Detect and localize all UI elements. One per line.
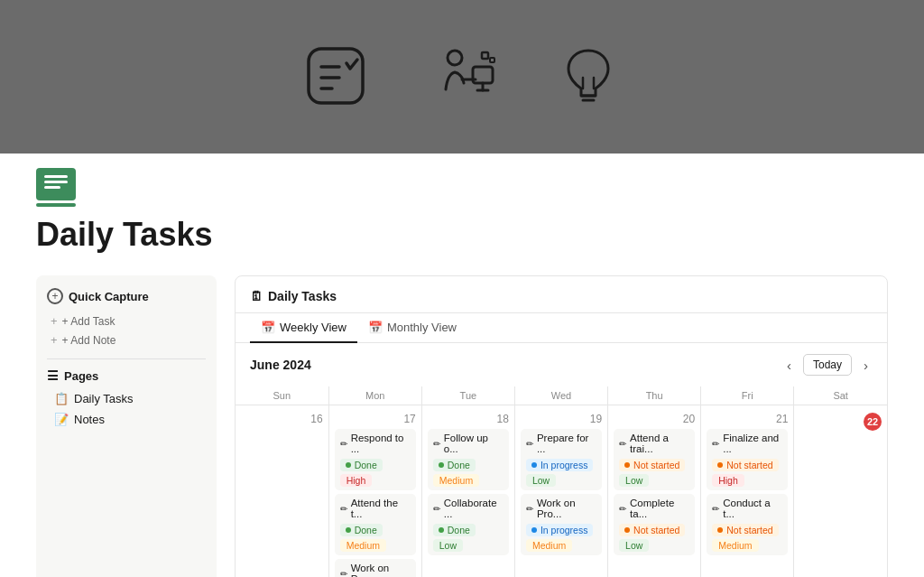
task-card[interactable]: ✏ Respond to ...DoneHigh	[335, 429, 416, 490]
task-card[interactable]: ✏ Attend the t...DoneMedium	[335, 494, 416, 555]
calendar-day-21: 21✏ Finalize and ...Not startedHigh✏ Con…	[701, 405, 794, 578]
calendar-day-18: 18✏ Follow up o...DoneMedium✏ Collaborat…	[421, 405, 514, 578]
task-title: ✏ Attend the t...	[340, 498, 411, 519]
col-fri: Fri	[701, 386, 794, 405]
svg-rect-10	[490, 58, 494, 62]
status-dot	[624, 527, 630, 533]
task-card[interactable]: ✏ Prepare for ...In progressLow	[521, 429, 602, 490]
main-layout: + Quick Capture + + Add Task + + Add Not…	[36, 275, 888, 577]
add-task-label: + Add Task	[62, 315, 116, 328]
quick-capture-icon: +	[47, 288, 63, 304]
status-badge: Done	[433, 459, 476, 471]
day-number-20: 20	[614, 413, 695, 425]
pages-label: Pages	[64, 369, 98, 383]
col-sat: Sat	[794, 386, 887, 405]
svg-rect-9	[482, 52, 488, 59]
task-title: ✏ Respond to ...	[340, 433, 411, 454]
task-pencil-icon: ✏	[340, 569, 347, 578]
priority-badge: Low	[433, 539, 463, 552]
calendar-day-17: 17✏ Respond to ...DoneHigh✏ Attend the t…	[328, 405, 421, 578]
status-badge: Not started	[712, 459, 778, 471]
task-title: ✏ Collaborate ...	[433, 498, 504, 519]
tab-weekly-label: Weekly View	[280, 321, 346, 334]
quick-capture-button[interactable]: + Quick Capture	[47, 288, 206, 304]
task-card[interactable]: ✏ Follow up o...DoneMedium	[428, 429, 509, 490]
add-task-icon: +	[51, 314, 58, 328]
status-badge: Done	[433, 524, 476, 536]
task-title: ✏ Prepare for ...	[526, 433, 596, 454]
page-title: Daily Tasks	[36, 216, 888, 254]
day-number-16: 16	[241, 413, 323, 425]
page-body: Daily Tasks + Quick Capture + + Add Task…	[0, 168, 924, 577]
task-card[interactable]: ✏ Attend a trai...Not startedLow	[614, 429, 695, 490]
status-dot	[717, 527, 723, 533]
tab-weekly-icon: 📅	[261, 321, 275, 334]
task-card[interactable]: ✏ Finalize and ...Not startedHigh	[707, 429, 788, 490]
priority-badge: Low	[619, 474, 649, 487]
day-number-18: 18	[428, 413, 509, 425]
nav-next-button[interactable]: ›	[859, 356, 873, 375]
lightbulb-icon	[552, 40, 624, 115]
priority-badge: Medium	[340, 539, 386, 552]
col-mon: Mon	[328, 386, 421, 405]
calendar-day-20: 20✏ Attend a trai...Not startedLow✏ Comp…	[608, 405, 701, 578]
task-title: ✏ Attend a trai...	[619, 433, 689, 454]
sidebar-item-notes[interactable]: 📝 Notes	[47, 409, 206, 430]
content-header: 🗓 Daily Tasks	[236, 276, 887, 313]
task-pencil-icon: ✏	[340, 504, 347, 514]
status-dot	[346, 527, 351, 533]
content-area: 🗓 Daily Tasks 📅 Weekly View 📅 Monthly Vi…	[235, 275, 888, 577]
content-title-icon: 🗓	[250, 289, 263, 303]
calendar-day-16: 16	[236, 405, 328, 578]
task-pencil-icon: ✏	[340, 439, 347, 449]
task-pencil-icon: ✏	[619, 504, 626, 514]
col-sun: Sun	[236, 386, 328, 405]
day-number-17: 17	[335, 413, 416, 425]
task-title: ✏ Conduct a t...	[712, 498, 782, 519]
status-badge: In progress	[526, 524, 594, 536]
task-card[interactable]: ✏ Work on Pro...DoneLow	[335, 559, 416, 577]
add-task-button[interactable]: + + Add Task	[47, 312, 206, 330]
day-number-21: 21	[707, 413, 788, 425]
nav-prev-button[interactable]: ‹	[782, 356, 796, 375]
page-icon-area	[36, 168, 888, 207]
task-card[interactable]: ✏ Complete ta...Not startedLow	[614, 494, 695, 555]
today-button[interactable]: Today	[803, 354, 852, 376]
svg-rect-17	[44, 186, 60, 189]
quick-capture-label: Quick Capture	[69, 290, 149, 303]
calendar-month: June 2024	[250, 358, 311, 372]
task-title: ✏ Complete ta...	[619, 498, 689, 519]
priority-badge: Medium	[526, 539, 572, 552]
add-note-label: + Add Note	[62, 334, 116, 347]
calendar-toolbar: June 2024 ‹ Today ›	[236, 343, 887, 386]
col-thu: Thu	[608, 386, 701, 405]
status-badge: Done	[340, 524, 383, 536]
status-dot	[717, 462, 723, 468]
priority-badge: Medium	[712, 539, 758, 552]
sidebar-item-daily-tasks[interactable]: 📋 Daily Tasks	[47, 388, 206, 409]
task-pencil-icon: ✏	[619, 439, 626, 449]
calendar-day-19: 19✏ Prepare for ...In progressLow✏ Work …	[514, 405, 607, 578]
task-pencil-icon: ✏	[712, 439, 719, 449]
header-banner	[0, 0, 924, 154]
task-card[interactable]: ✏ Work on Pro...In progressMedium	[521, 494, 602, 555]
status-badge: Not started	[619, 459, 685, 471]
task-pencil-icon: ✏	[433, 439, 440, 449]
task-card[interactable]: ✏ Collaborate ...DoneLow	[428, 494, 509, 555]
daily-tasks-page-label: Daily Tasks	[74, 392, 134, 405]
col-tue: Tue	[421, 386, 514, 405]
task-card[interactable]: ✏ Conduct a t...Not startedMedium	[707, 494, 788, 555]
day-number-22: 22	[864, 413, 882, 431]
status-badge: In progress	[526, 459, 594, 471]
status-dot	[346, 462, 351, 468]
task-title: ✏ Work on Pro...	[526, 498, 596, 519]
pages-icon: ☰	[47, 368, 59, 383]
tab-monthly-view[interactable]: 📅 Monthly View	[357, 313, 467, 343]
svg-rect-16	[44, 181, 68, 183]
page-icon-box	[36, 168, 76, 200]
sidebar: + Quick Capture + + Add Task + + Add Not…	[36, 275, 217, 577]
tab-monthly-icon: 📅	[368, 321, 383, 334]
tab-weekly-view[interactable]: 📅 Weekly View	[250, 313, 357, 343]
status-dot	[624, 462, 630, 468]
add-note-button[interactable]: + + Add Note	[47, 330, 206, 349]
